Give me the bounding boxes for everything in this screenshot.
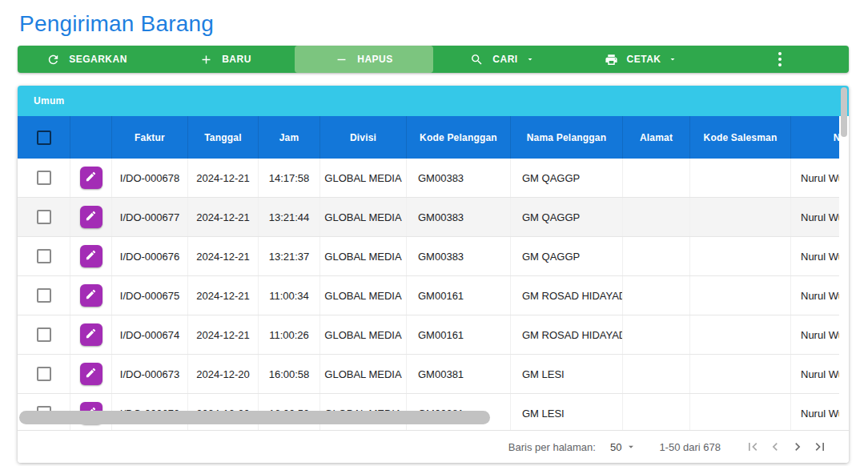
cell-jam: 13:21:44 [259,198,320,236]
pencil-icon [85,171,97,185]
table-row: I/DO-0006752024-12-2111:00:34GLOBAL MEDI… [18,276,839,315]
row-checkbox[interactable] [37,327,51,342]
delete-button[interactable]: HAPUS [295,46,433,73]
cell-nama: Nurul Wu [791,315,839,354]
cell-nama: Nurul Wu [791,237,839,275]
horizontal-scrollbar-thumb[interactable] [19,411,490,424]
group-header-label: Umum [34,95,65,106]
row-edit-cell [70,315,112,354]
cell-alamat [623,198,690,236]
cell-kode-pelanggan: GM00161 [407,315,511,354]
more-options-button[interactable] [710,46,849,73]
cell-tanggal: 2024-12-20 [188,355,259,393]
next-page-button[interactable] [786,436,809,458]
row-select-cell [18,355,70,393]
printer-icon [605,53,618,66]
row-select-cell [18,276,70,315]
edit-button[interactable] [80,167,102,189]
column-header-alamat: Alamat [623,116,690,159]
cell-nama-pelanggan: GM ROSAD HIDAYAD [511,315,623,354]
row-checkbox[interactable] [37,367,51,381]
pencil-icon [85,367,97,381]
vertical-scrollbar-thumb[interactable] [841,87,847,137]
cell-nama: Nurul Wu [791,276,839,315]
row-checkbox[interactable] [37,210,51,224]
cell-kode-pelanggan: GM00383 [407,198,511,236]
cell-tanggal: 2024-12-21 [188,315,259,354]
first-page-button[interactable] [741,436,764,458]
column-header-jam: Jam [259,116,320,159]
cell-nama-pelanggan: GM LESI [511,394,623,430]
cell-kode-salesman [690,198,791,236]
cell-alamat [623,276,690,315]
cell-jam: 11:00:34 [259,276,320,315]
column-header-nama: Nama [791,116,839,159]
column-header-tanggal: Tanggal [188,116,259,159]
row-edit-cell [70,198,112,236]
refresh-icon [46,53,60,66]
last-page-button[interactable] [809,436,831,458]
delete-button-label: HAPUS [357,54,393,65]
new-button[interactable]: BARU [156,46,295,73]
row-checkbox[interactable] [37,171,51,185]
table-row: I/DO-0006772024-12-2113:21:44GLOBAL MEDI… [18,198,839,237]
minus-icon [335,53,348,66]
cell-divisi: GLOBAL MEDIA [320,237,407,275]
edit-button[interactable] [80,206,102,228]
new-button-label: BARU [222,54,251,65]
cell-divisi: GLOBAL MEDIA [320,355,407,393]
column-header-nama-pelanggan: Nama Pelanggan [511,116,623,159]
rows-per-page-select[interactable]: 50 [610,441,621,453]
print-button-label: CETAK [627,54,661,65]
cell-nama-pelanggan: GM LESI [511,355,623,393]
row-edit-cell [70,159,112,197]
cell-kode-pelanggan: GM00381 [407,355,511,393]
cell-faktur: I/DO-000677 [112,198,188,236]
pencil-icon [85,210,97,224]
cell-faktur: I/DO-000674 [112,315,188,354]
table-row: I/DO-0006742024-12-2111:00:26GLOBAL MEDI… [18,315,839,355]
edit-button[interactable] [80,284,102,307]
edit-button[interactable] [80,323,102,346]
chevron-down-icon [668,54,677,64]
search-button-label: CARI [492,54,517,65]
table-viewport: Faktur Tanggal Jam Divisi Kode Pelanggan… [18,116,839,430]
refresh-button-label: SEGARKAN [69,54,127,65]
cell-kode-pelanggan: GM00161 [407,276,511,315]
pencil-icon [85,249,97,263]
cell-nama-pelanggan: GM QAGGP [511,159,623,197]
group-header: Umum [18,86,849,116]
refresh-button[interactable]: SEGARKAN [18,46,156,73]
table-row: I/DO-0006762024-12-2113:21:37GLOBAL MEDI… [18,237,839,276]
cell-alamat [623,394,690,430]
cell-kode-salesman [690,159,791,197]
row-edit-cell [70,237,112,275]
row-checkbox[interactable] [37,249,51,263]
print-button[interactable]: CETAK [572,46,710,73]
cell-tanggal: 2024-12-21 [188,159,259,197]
cell-faktur: I/DO-000678 [112,159,188,197]
cell-kode-salesman [690,394,791,430]
cell-kode-salesman [690,315,791,354]
search-button[interactable]: CARI [433,46,572,73]
cell-faktur: I/DO-000673 [112,355,188,393]
cell-faktur: I/DO-000675 [112,276,188,315]
cell-jam: 16:00:58 [259,355,320,393]
chevron-down-icon[interactable] [625,441,637,452]
column-header-faktur: Faktur [112,116,188,159]
cell-alamat [623,159,690,197]
cell-divisi: GLOBAL MEDIA [320,159,407,197]
row-checkbox[interactable] [37,288,51,303]
cell-nama: Nurul Wu [791,159,839,197]
pagination-range: 1-50 dari 678 [659,441,721,453]
row-select-cell [18,198,70,236]
cell-nama: Nurul Wu [791,394,839,430]
edit-button[interactable] [80,363,102,385]
edit-button[interactable] [80,245,102,267]
table-row: I/DO-0006732024-12-2016:00:58GLOBAL MEDI… [18,355,839,394]
previous-page-button[interactable] [764,436,786,458]
table-body: I/DO-0006782024-12-2114:17:58GLOBAL MEDI… [18,159,839,430]
select-all-checkbox[interactable] [37,131,51,145]
cell-tanggal: 2024-12-21 [188,276,259,315]
page-title: Pengiriman Barang [19,11,214,37]
